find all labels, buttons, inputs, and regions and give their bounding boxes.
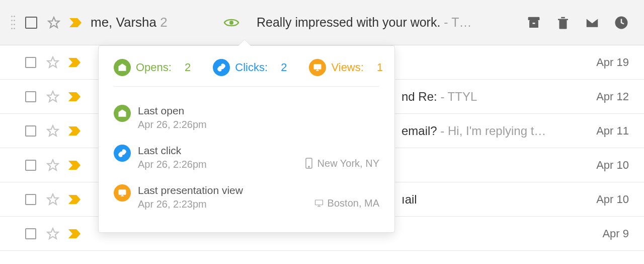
star-icon[interactable]	[46, 56, 59, 69]
stat-views: Views: 1	[309, 59, 383, 76]
svg-rect-16	[315, 200, 323, 205]
delete-icon[interactable]	[555, 15, 571, 30]
stat-opens: Opens: 2	[114, 59, 191, 76]
tracking-popover: Opens: 2 Clicks: 2 Views: 1 Last open Ap…	[98, 45, 395, 233]
archive-icon[interactable]	[526, 15, 541, 30]
event-time: Apr 26, 2:26pm	[138, 159, 297, 170]
event-last-open: Last open Apr 26, 2:26pm	[114, 98, 379, 138]
star-icon[interactable]	[46, 227, 59, 240]
importance-marker-icon[interactable]	[67, 57, 82, 68]
presentation-icon	[114, 184, 131, 202]
subject-line[interactable]: Really impressed with your work. - T…	[247, 15, 516, 30]
star-icon[interactable]	[46, 159, 59, 172]
svg-marker-0	[48, 17, 59, 28]
importance-marker-icon[interactable]	[67, 228, 82, 239]
event-title: Last open	[138, 105, 379, 117]
importance-marker-icon[interactable]	[68, 17, 83, 28]
svg-rect-2	[528, 17, 540, 20]
mail-open-icon	[114, 105, 131, 122]
select-checkbox[interactable]	[25, 57, 36, 68]
event-time: Apr 26, 2:23pm	[138, 199, 307, 210]
event-location: New York, NY	[304, 157, 379, 169]
svg-marker-10	[47, 194, 58, 205]
link-icon	[114, 145, 131, 162]
date-label: Apr 12	[584, 90, 629, 103]
link-icon	[213, 59, 230, 76]
importance-marker-icon[interactable]	[67, 160, 82, 171]
select-checkbox[interactable]	[25, 91, 36, 102]
date-label: Apr 10	[584, 193, 629, 206]
date-label: Apr 10	[584, 159, 629, 172]
svg-point-14	[308, 166, 309, 167]
star-icon[interactable]	[46, 193, 59, 206]
svg-marker-11	[47, 228, 58, 239]
svg-marker-9	[47, 160, 58, 170]
snooze-icon[interactable]	[614, 15, 629, 30]
desktop-device-icon	[314, 197, 324, 209]
event-time: Apr 26, 2:26pm	[138, 119, 379, 130]
select-checkbox[interactable]	[25, 194, 36, 205]
sender-label: me, Varsha 2	[91, 15, 216, 30]
presentation-icon	[309, 59, 326, 76]
event-last-view: Last presentation view Apr 26, 2:23pm Bo…	[114, 177, 379, 217]
select-checkbox[interactable]	[25, 160, 36, 171]
mark-read-icon[interactable]	[585, 15, 600, 30]
tracking-stats-row: Opens: 2 Clicks: 2 Views: 1	[114, 59, 379, 87]
star-icon[interactable]	[46, 90, 59, 103]
select-checkbox[interactable]	[25, 125, 36, 137]
importance-marker-icon[interactable]	[67, 125, 82, 137]
mobile-device-icon	[304, 157, 313, 169]
event-title: Last click	[138, 145, 297, 157]
date-label: Apr 19	[584, 56, 629, 69]
svg-rect-4	[533, 23, 535, 24]
drag-handle-icon[interactable]	[11, 16, 16, 30]
select-checkbox[interactable]	[25, 17, 37, 29]
star-icon[interactable]	[47, 16, 60, 29]
date-label: Apr 11	[584, 124, 629, 138]
select-checkbox[interactable]	[25, 228, 36, 239]
tracking-eye-icon[interactable]	[223, 17, 239, 29]
svg-point-1	[229, 21, 233, 25]
event-title: Last presentation view	[138, 184, 307, 196]
star-icon[interactable]	[46, 124, 59, 138]
mail-open-icon	[114, 59, 131, 76]
email-row-selected[interactable]: me, Varsha 2 Really impressed with your …	[0, 0, 644, 45]
svg-marker-6	[47, 57, 58, 68]
event-last-click: Last click Apr 26, 2:26pm New York, NY	[114, 138, 379, 177]
svg-marker-7	[47, 91, 58, 102]
date-label: Apr 9	[584, 227, 629, 240]
event-location: Boston, MA	[314, 197, 379, 209]
importance-marker-icon[interactable]	[67, 194, 82, 205]
importance-marker-icon[interactable]	[67, 91, 82, 102]
stat-clicks: Clicks: 2	[213, 59, 287, 76]
svg-marker-8	[47, 125, 58, 136]
